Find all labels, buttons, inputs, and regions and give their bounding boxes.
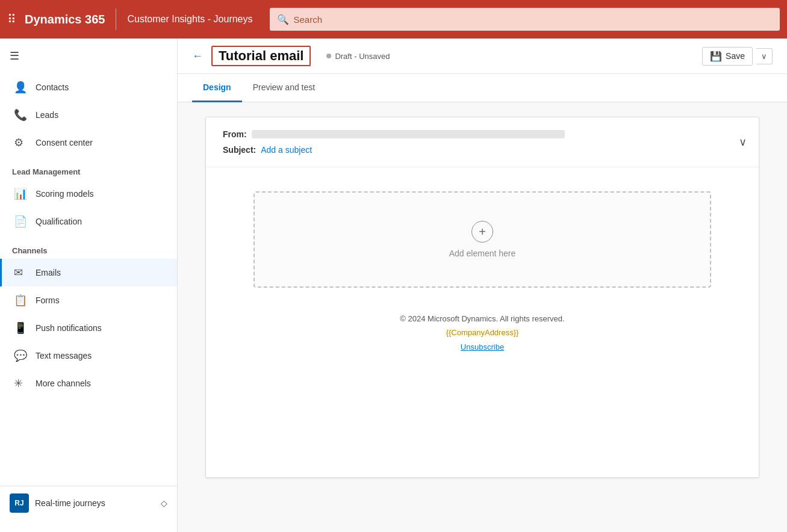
save-button[interactable]: 💾 Save [702,47,753,66]
page-title: Tutorial email [211,46,311,66]
back-button[interactable]: ← [192,50,203,63]
hamburger-icon[interactable]: ☰ [0,39,177,73]
add-element-plus-icon: + [471,221,493,243]
app-name: Customer Insights - Journeys [127,14,252,25]
section-label-channels: Channels [0,235,177,259]
tabs-bar: Design Preview and test [178,74,787,102]
subject-label: Subject: [223,145,256,155]
sidebar-item-contacts[interactable]: 👤 Contacts [0,73,177,101]
sidebar-item-leads[interactable]: 📞 Leads [0,101,177,129]
tab-design[interactable]: Design [192,74,242,102]
email-body: + Add element here © 2024 Microsoft Dyna… [206,167,759,477]
editor-area: From: Subject: Add a subject ∨ + [178,102,787,532]
email-footer: © 2024 Microsoft Dynamics. All rights re… [400,312,564,354]
apps-icon[interactable]: ⠿ [7,12,16,26]
leads-icon: 📞 [14,108,27,122]
qualification-icon: 📄 [14,215,27,228]
save-dropdown-button[interactable]: ∨ [756,48,773,64]
sidebar-item-push-notifications[interactable]: 📱 Push notifications [0,314,177,342]
header-bar: ← Tutorial email Draft - Unsaved 💾 Save … [178,39,787,74]
sidebar-item-scoring-models[interactable]: 📊 Scoring models [0,180,177,208]
add-element-zone[interactable]: + Add element here [254,191,711,288]
search-icon: 🔍 [277,14,289,25]
main-layout: ☰ 👤 Contacts 📞 Leads ⚙ Consent center Le… [0,39,787,532]
user-avatar: RJ [10,493,29,513]
add-element-label: Add element here [449,249,516,258]
subject-row: Subject: Add a subject [223,145,742,155]
unsubscribe-link[interactable]: Unsubscribe [461,342,504,351]
sidebar-label-forms: Forms [36,295,60,305]
from-row: From: [223,129,742,139]
section-label-lead-management: Lead Management [0,156,177,180]
sidebar-item-qualification[interactable]: 📄 Qualification [0,208,177,235]
sidebar: ☰ 👤 Contacts 📞 Leads ⚙ Consent center Le… [0,39,178,532]
status-badge: Draft - Unsaved [326,52,390,61]
topbar-divider [116,8,116,30]
search-bar[interactable]: 🔍 Search [270,8,780,31]
consent-center-icon: ⚙ [14,136,27,149]
sidebar-label-more-channels: More channels [36,379,91,388]
sidebar-bottom-chevron-icon: ◇ [161,498,167,508]
header-actions: 💾 Save ∨ [702,47,773,66]
from-label: From: [223,129,247,139]
push-notifications-icon: 📱 [14,321,27,335]
status-dot [326,54,331,58]
sidebar-item-forms[interactable]: 📋 Forms [0,286,177,314]
topbar: ⠿ Dynamics 365 Customer Insights - Journ… [0,0,787,39]
status-text: Draft - Unsaved [335,52,390,61]
scoring-models-icon: 📊 [14,187,27,200]
tab-preview-test[interactable]: Preview and test [242,74,326,102]
sidebar-item-text-messages[interactable]: 💬 Text messages [0,342,177,370]
subject-link[interactable]: Add a subject [261,145,312,155]
footer-company-address: {{CompanyAddress}} [445,328,520,337]
sidebar-item-more-channels[interactable]: ✳ More channels [0,370,177,397]
sidebar-label-emails: Emails [36,268,61,277]
search-placeholder: Search [294,14,323,25]
sidebar-item-emails[interactable]: ✉ Emails [0,259,177,286]
sidebar-bottom-label: Real-time journeys [35,498,105,508]
save-icon: 💾 [710,51,722,62]
sidebar-label-scoring-models: Scoring models [36,189,94,199]
sidebar-label-text-messages: Text messages [36,351,92,360]
email-meta-expand-icon[interactable]: ∨ [739,135,747,149]
text-messages-icon: 💬 [14,349,27,362]
sidebar-label-consent-center: Consent center [36,138,93,147]
sidebar-label-contacts: Contacts [36,82,69,92]
brand-name: Dynamics 365 [25,13,105,26]
footer-copyright: © 2024 Microsoft Dynamics. All rights re… [400,312,564,326]
sidebar-bottom-area[interactable]: RJ Real-time journeys ◇ [0,486,177,520]
from-value-blurred [252,130,565,138]
sidebar-label-leads: Leads [36,110,58,120]
email-card: From: Subject: Add a subject ∨ + [205,117,759,478]
email-meta-section: From: Subject: Add a subject ∨ [206,117,759,167]
save-label: Save [726,51,745,61]
more-channels-icon: ✳ [14,377,27,390]
contacts-icon: 👤 [14,81,27,94]
forms-icon: 📋 [14,294,27,307]
sidebar-label-qualification: Qualification [36,217,82,226]
content-area: ← Tutorial email Draft - Unsaved 💾 Save … [178,39,787,532]
sidebar-label-push-notifications: Push notifications [36,323,102,333]
emails-icon: ✉ [14,266,27,279]
sidebar-item-consent-center[interactable]: ⚙ Consent center [0,129,177,156]
